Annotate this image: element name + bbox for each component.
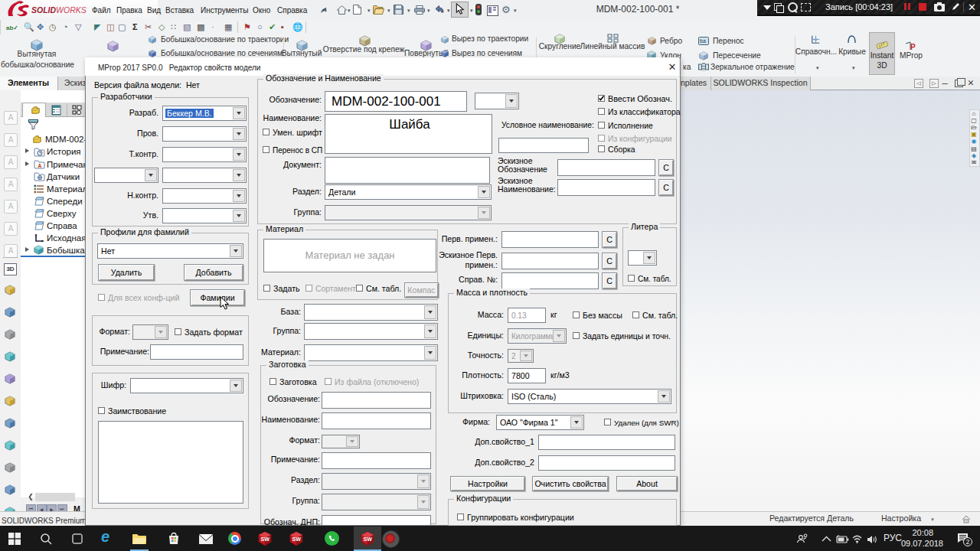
svg-text:SW: SW (292, 536, 302, 542)
svg-text:SW: SW (364, 536, 373, 542)
svg-text:SOLIDWORKS: SOLIDWORKS (31, 5, 87, 15)
svg-text:ba: ba (700, 38, 706, 44)
svg-text:P: P (910, 43, 916, 51)
svg-text:A: A (38, 163, 42, 168)
svg-text:SW: SW (261, 536, 270, 542)
